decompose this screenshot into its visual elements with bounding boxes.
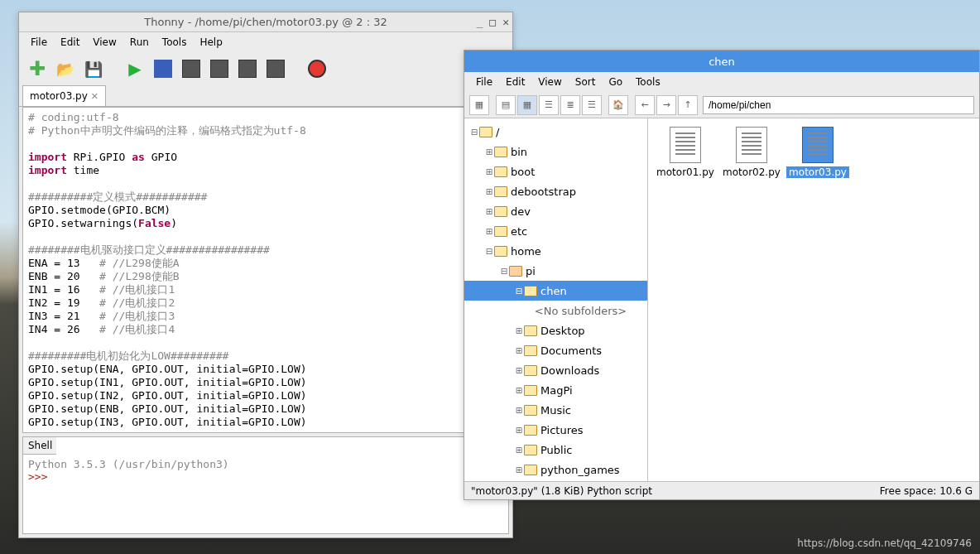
code-editor[interactable]: # coding:utf-8 # Python中声明文件编码的注释，编码格式指定… <box>22 107 509 433</box>
expand-icon[interactable]: ⊞ <box>514 465 524 475</box>
step-into-button[interactable] <box>208 57 231 80</box>
menu-file[interactable]: File <box>24 34 54 51</box>
expand-icon[interactable]: ⊞ <box>514 326 524 335</box>
menu-edit[interactable]: Edit <box>54 34 86 51</box>
expand-icon[interactable]: ⊞ <box>484 227 494 236</box>
directory-tree[interactable]: ⊟/⊞bin⊞boot⊞debootstrap⊞dev⊞etc⊟home⊟pi⊟… <box>464 118 648 481</box>
folder-icon <box>509 266 522 277</box>
tree-item-etc[interactable]: ⊞etc <box>464 221 647 241</box>
up-button[interactable]: ↑ <box>678 95 698 115</box>
tree-item-dev[interactable]: ⊞dev <box>464 201 647 221</box>
tree-item-[interactable]: ⊟/ <box>464 122 647 142</box>
home-button[interactable]: 🏠 <box>608 95 628 115</box>
step-over-icon <box>182 60 200 78</box>
expand-icon[interactable]: ⊞ <box>514 346 524 355</box>
expand-icon[interactable]: ⊞ <box>484 167 494 176</box>
tree-item-home[interactable]: ⊟home <box>464 241 647 261</box>
tree-item-desktop[interactable]: ⊞Desktop <box>464 320 647 340</box>
save-file-button[interactable]: 💾 <box>82 57 105 80</box>
fm-menu-sort[interactable]: Sort <box>569 74 603 90</box>
expand-icon[interactable]: ⊞ <box>484 147 494 157</box>
tab-motor03[interactable]: motor03.py ✕ <box>22 85 106 106</box>
tree-item-label: Music <box>540 404 571 417</box>
shell-pane: Shell Python 3.5.3 (/usr/bin/python3) >>… <box>22 436 509 534</box>
expand-icon[interactable]: ⊞ <box>514 386 524 395</box>
view-detail-button[interactable]: ☰ <box>582 95 602 115</box>
expand-icon[interactable]: ⊟ <box>469 128 479 137</box>
titlebar[interactable]: Thonny - /home/pi/chen/motor03.py @ 2 : … <box>19 12 512 32</box>
tree-item-debootstrap[interactable]: ⊞debootstrap <box>464 181 647 201</box>
menu-run[interactable]: Run <box>123 34 156 51</box>
expand-icon[interactable]: ⊟ <box>499 267 509 276</box>
path-input[interactable] <box>703 96 974 114</box>
toolbar: ✚ 📂 💾 ▶ <box>19 52 512 85</box>
expand-icon[interactable]: ⊞ <box>514 406 524 415</box>
view-grid-button[interactable]: ▦ <box>517 95 537 115</box>
arrow-left-icon: ← <box>641 99 648 110</box>
fm-menu-tools[interactable]: Tools <box>629 74 667 90</box>
file-motor01-py[interactable]: motor01.py <box>656 127 714 178</box>
menu-help[interactable]: Help <box>193 34 228 51</box>
fm-menu-edit[interactable]: Edit <box>499 74 531 90</box>
fm-menu-go[interactable]: Go <box>602 74 629 90</box>
fm-title-text: chen <box>709 55 735 68</box>
file-list[interactable]: motor01.pymotor02.pymotor03.py <box>648 118 979 481</box>
menu-tools[interactable]: Tools <box>156 34 194 51</box>
file-manager-window: chen File Edit View Sort Go Tools ▦ ▤ ▦ … <box>464 50 980 500</box>
stop-button[interactable] <box>305 57 329 80</box>
shell-version: Python 3.5.3 (/usr/bin/python3) <box>28 458 503 470</box>
minimize-button[interactable]: _ <box>477 16 483 28</box>
tree-item-python_games[interactable]: ⊞python_games <box>464 460 647 479</box>
view-compact-button[interactable]: ☰ <box>539 95 559 115</box>
step-out-button[interactable] <box>236 57 259 80</box>
save-icon: 💾 <box>84 60 103 78</box>
expand-icon[interactable]: ⊞ <box>514 426 524 435</box>
tree-item-label: bin <box>511 146 527 158</box>
run-button[interactable]: ▶ <box>123 57 147 80</box>
tree-item-bin[interactable]: ⊞bin <box>464 142 647 161</box>
view-icons-button[interactable]: ▦ <box>469 95 489 115</box>
tree-item-boot[interactable]: ⊞boot <box>464 161 647 181</box>
tab-close-icon[interactable]: ✕ <box>91 91 98 102</box>
folder-icon <box>494 166 507 177</box>
fm-menu-view[interactable]: View <box>531 74 568 90</box>
expand-icon[interactable]: ⊟ <box>514 287 524 296</box>
debug-icon <box>154 60 172 78</box>
home-icon: 🏠 <box>612 99 624 110</box>
file-motor03-py[interactable]: motor03.py <box>789 127 847 178</box>
tree-item-magpi[interactable]: ⊞MagPi <box>464 380 647 400</box>
expand-icon[interactable]: ⊞ <box>484 187 494 196</box>
tree-item-documents[interactable]: ⊞Documents <box>464 340 647 360</box>
view-list-button[interactable]: ≣ <box>560 95 580 115</box>
expand-icon[interactable]: ⊞ <box>514 446 524 455</box>
shell-body[interactable]: Python 3.5.3 (/usr/bin/python3) >>> <box>23 455 508 533</box>
new-file-button[interactable]: ✚ <box>26 57 49 80</box>
maximize-button[interactable]: □ <box>489 16 496 28</box>
debug-button[interactable] <box>151 57 175 80</box>
view-thumb-button[interactable]: ▤ <box>496 95 516 115</box>
expand-icon[interactable]: ⊟ <box>484 247 494 256</box>
folder-icon <box>524 425 537 436</box>
expand-icon[interactable]: ⊞ <box>484 207 494 216</box>
fm-titlebar[interactable]: chen <box>464 51 979 72</box>
tree-item-pi[interactable]: ⊟pi <box>464 261 647 281</box>
tree-item-chen[interactable]: ⊟chen <box>464 281 647 301</box>
forward-button[interactable]: → <box>656 95 676 115</box>
menu-view[interactable]: View <box>86 34 122 51</box>
resume-icon <box>267 60 285 78</box>
tree-item-downloads[interactable]: ⊞Downloads <box>464 360 647 380</box>
open-file-button[interactable]: 📂 <box>54 57 77 80</box>
expand-icon[interactable]: ⊞ <box>514 366 524 375</box>
folder-icon <box>524 465 537 475</box>
fm-menu-file[interactable]: File <box>469 74 499 90</box>
back-button[interactable]: ← <box>635 95 655 115</box>
step-over-button[interactable] <box>180 57 203 80</box>
close-button[interactable]: ✕ <box>502 16 509 28</box>
file-motor02-py[interactable]: motor02.py <box>723 127 781 178</box>
tree-item-pictures[interactable]: ⊞Pictures <box>464 420 647 440</box>
resume-button[interactable] <box>264 57 287 80</box>
tree-item-music[interactable]: ⊞Music <box>464 400 647 420</box>
shell-tab[interactable]: Shell <box>23 437 56 455</box>
folder-open-icon: 📂 <box>56 60 74 78</box>
tree-item-public[interactable]: ⊞Public <box>464 440 647 460</box>
